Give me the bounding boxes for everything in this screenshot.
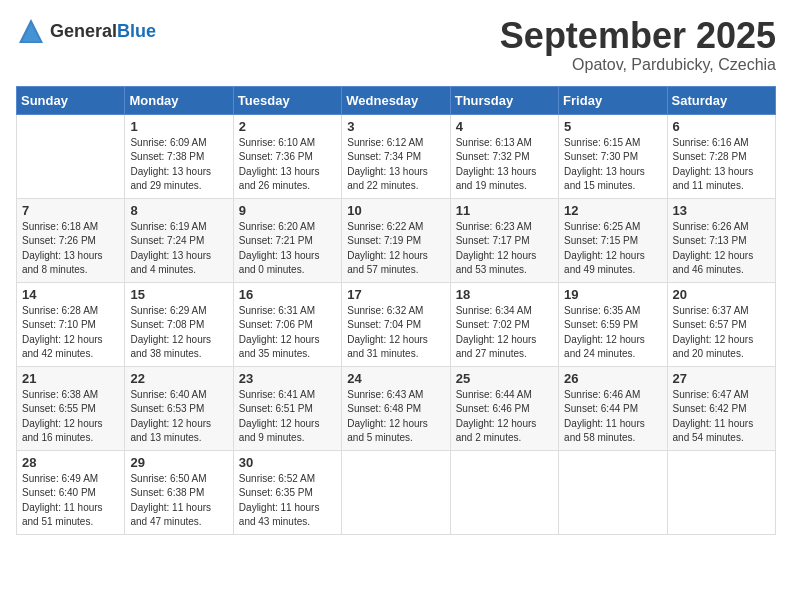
day-info: Sunrise: 6:32 AM Sunset: 7:04 PM Dayligh… <box>347 304 444 362</box>
day-info: Sunrise: 6:19 AM Sunset: 7:24 PM Dayligh… <box>130 220 227 278</box>
calendar-cell <box>667 450 775 534</box>
calendar-cell: 24Sunrise: 6:43 AM Sunset: 6:48 PM Dayli… <box>342 366 450 450</box>
day-number: 26 <box>564 371 661 386</box>
location-title: Opatov, Pardubicky, Czechia <box>500 56 776 74</box>
title-block: September 2025 Opatov, Pardubicky, Czech… <box>500 16 776 74</box>
day-number: 4 <box>456 119 553 134</box>
week-row-5: 28Sunrise: 6:49 AM Sunset: 6:40 PM Dayli… <box>17 450 776 534</box>
day-info: Sunrise: 6:20 AM Sunset: 7:21 PM Dayligh… <box>239 220 336 278</box>
day-number: 12 <box>564 203 661 218</box>
day-number: 25 <box>456 371 553 386</box>
day-info: Sunrise: 6:10 AM Sunset: 7:36 PM Dayligh… <box>239 136 336 194</box>
day-info: Sunrise: 6:49 AM Sunset: 6:40 PM Dayligh… <box>22 472 119 530</box>
day-number: 28 <box>22 455 119 470</box>
calendar-cell: 20Sunrise: 6:37 AM Sunset: 6:57 PM Dayli… <box>667 282 775 366</box>
day-info: Sunrise: 6:18 AM Sunset: 7:26 PM Dayligh… <box>22 220 119 278</box>
day-info: Sunrise: 6:13 AM Sunset: 7:32 PM Dayligh… <box>456 136 553 194</box>
calendar-cell: 21Sunrise: 6:38 AM Sunset: 6:55 PM Dayli… <box>17 366 125 450</box>
calendar-cell: 10Sunrise: 6:22 AM Sunset: 7:19 PM Dayli… <box>342 198 450 282</box>
day-number: 6 <box>673 119 770 134</box>
day-number: 30 <box>239 455 336 470</box>
calendar-cell: 5Sunrise: 6:15 AM Sunset: 7:30 PM Daylig… <box>559 114 667 198</box>
day-info: Sunrise: 6:12 AM Sunset: 7:34 PM Dayligh… <box>347 136 444 194</box>
day-number: 17 <box>347 287 444 302</box>
day-info: Sunrise: 6:43 AM Sunset: 6:48 PM Dayligh… <box>347 388 444 446</box>
logo-general: General <box>50 21 117 41</box>
week-row-2: 7Sunrise: 6:18 AM Sunset: 7:26 PM Daylig… <box>17 198 776 282</box>
day-number: 29 <box>130 455 227 470</box>
day-number: 16 <box>239 287 336 302</box>
calendar-cell: 17Sunrise: 6:32 AM Sunset: 7:04 PM Dayli… <box>342 282 450 366</box>
weekday-header-row: SundayMondayTuesdayWednesdayThursdayFrid… <box>17 86 776 114</box>
calendar-cell: 15Sunrise: 6:29 AM Sunset: 7:08 PM Dayli… <box>125 282 233 366</box>
day-number: 7 <box>22 203 119 218</box>
calendar-cell: 7Sunrise: 6:18 AM Sunset: 7:26 PM Daylig… <box>17 198 125 282</box>
day-number: 10 <box>347 203 444 218</box>
month-title: September 2025 <box>500 16 776 56</box>
weekday-header-sunday: Sunday <box>17 86 125 114</box>
calendar-cell: 23Sunrise: 6:41 AM Sunset: 6:51 PM Dayli… <box>233 366 341 450</box>
day-info: Sunrise: 6:50 AM Sunset: 6:38 PM Dayligh… <box>130 472 227 530</box>
day-info: Sunrise: 6:16 AM Sunset: 7:28 PM Dayligh… <box>673 136 770 194</box>
day-info: Sunrise: 6:38 AM Sunset: 6:55 PM Dayligh… <box>22 388 119 446</box>
day-info: Sunrise: 6:22 AM Sunset: 7:19 PM Dayligh… <box>347 220 444 278</box>
calendar-cell: 19Sunrise: 6:35 AM Sunset: 6:59 PM Dayli… <box>559 282 667 366</box>
calendar-cell: 4Sunrise: 6:13 AM Sunset: 7:32 PM Daylig… <box>450 114 558 198</box>
calendar-cell: 12Sunrise: 6:25 AM Sunset: 7:15 PM Dayli… <box>559 198 667 282</box>
day-info: Sunrise: 6:44 AM Sunset: 6:46 PM Dayligh… <box>456 388 553 446</box>
calendar-cell: 8Sunrise: 6:19 AM Sunset: 7:24 PM Daylig… <box>125 198 233 282</box>
calendar-cell: 9Sunrise: 6:20 AM Sunset: 7:21 PM Daylig… <box>233 198 341 282</box>
calendar-cell: 11Sunrise: 6:23 AM Sunset: 7:17 PM Dayli… <box>450 198 558 282</box>
weekday-header-monday: Monday <box>125 86 233 114</box>
day-info: Sunrise: 6:35 AM Sunset: 6:59 PM Dayligh… <box>564 304 661 362</box>
week-row-3: 14Sunrise: 6:28 AM Sunset: 7:10 PM Dayli… <box>17 282 776 366</box>
calendar-cell: 18Sunrise: 6:34 AM Sunset: 7:02 PM Dayli… <box>450 282 558 366</box>
calendar-cell: 16Sunrise: 6:31 AM Sunset: 7:06 PM Dayli… <box>233 282 341 366</box>
weekday-header-friday: Friday <box>559 86 667 114</box>
day-number: 8 <box>130 203 227 218</box>
day-number: 20 <box>673 287 770 302</box>
day-info: Sunrise: 6:28 AM Sunset: 7:10 PM Dayligh… <box>22 304 119 362</box>
calendar-cell: 13Sunrise: 6:26 AM Sunset: 7:13 PM Dayli… <box>667 198 775 282</box>
day-info: Sunrise: 6:41 AM Sunset: 6:51 PM Dayligh… <box>239 388 336 446</box>
day-info: Sunrise: 6:52 AM Sunset: 6:35 PM Dayligh… <box>239 472 336 530</box>
calendar-cell: 25Sunrise: 6:44 AM Sunset: 6:46 PM Dayli… <box>450 366 558 450</box>
weekday-header-wednesday: Wednesday <box>342 86 450 114</box>
page-header: GeneralBlue September 2025 Opatov, Pardu… <box>16 16 776 74</box>
day-info: Sunrise: 6:29 AM Sunset: 7:08 PM Dayligh… <box>130 304 227 362</box>
weekday-header-thursday: Thursday <box>450 86 558 114</box>
logo-blue: Blue <box>117 21 156 41</box>
day-number: 15 <box>130 287 227 302</box>
day-number: 14 <box>22 287 119 302</box>
day-number: 23 <box>239 371 336 386</box>
day-number: 22 <box>130 371 227 386</box>
day-info: Sunrise: 6:31 AM Sunset: 7:06 PM Dayligh… <box>239 304 336 362</box>
day-info: Sunrise: 6:26 AM Sunset: 7:13 PM Dayligh… <box>673 220 770 278</box>
week-row-1: 1Sunrise: 6:09 AM Sunset: 7:38 PM Daylig… <box>17 114 776 198</box>
day-info: Sunrise: 6:34 AM Sunset: 7:02 PM Dayligh… <box>456 304 553 362</box>
day-number: 9 <box>239 203 336 218</box>
day-info: Sunrise: 6:15 AM Sunset: 7:30 PM Dayligh… <box>564 136 661 194</box>
day-info: Sunrise: 6:25 AM Sunset: 7:15 PM Dayligh… <box>564 220 661 278</box>
calendar-cell <box>342 450 450 534</box>
day-info: Sunrise: 6:23 AM Sunset: 7:17 PM Dayligh… <box>456 220 553 278</box>
calendar-cell: 29Sunrise: 6:50 AM Sunset: 6:38 PM Dayli… <box>125 450 233 534</box>
calendar-cell: 30Sunrise: 6:52 AM Sunset: 6:35 PM Dayli… <box>233 450 341 534</box>
calendar-cell: 6Sunrise: 6:16 AM Sunset: 7:28 PM Daylig… <box>667 114 775 198</box>
day-number: 2 <box>239 119 336 134</box>
day-number: 19 <box>564 287 661 302</box>
day-number: 24 <box>347 371 444 386</box>
calendar-cell: 1Sunrise: 6:09 AM Sunset: 7:38 PM Daylig… <box>125 114 233 198</box>
calendar-cell: 14Sunrise: 6:28 AM Sunset: 7:10 PM Dayli… <box>17 282 125 366</box>
logo-icon <box>16 16 46 46</box>
day-number: 21 <box>22 371 119 386</box>
logo: GeneralBlue <box>16 16 156 46</box>
calendar-cell: 28Sunrise: 6:49 AM Sunset: 6:40 PM Dayli… <box>17 450 125 534</box>
calendar-cell: 3Sunrise: 6:12 AM Sunset: 7:34 PM Daylig… <box>342 114 450 198</box>
calendar-cell <box>450 450 558 534</box>
day-number: 1 <box>130 119 227 134</box>
weekday-header-saturday: Saturday <box>667 86 775 114</box>
day-info: Sunrise: 6:40 AM Sunset: 6:53 PM Dayligh… <box>130 388 227 446</box>
day-info: Sunrise: 6:37 AM Sunset: 6:57 PM Dayligh… <box>673 304 770 362</box>
day-number: 18 <box>456 287 553 302</box>
